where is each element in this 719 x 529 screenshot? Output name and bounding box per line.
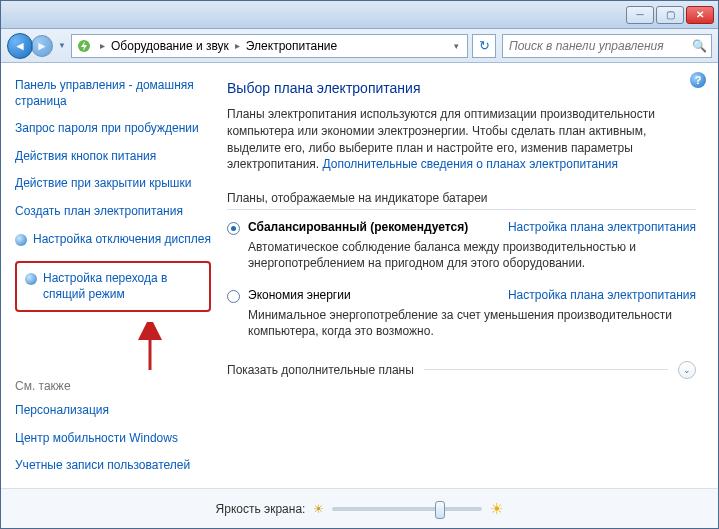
sidebar-sleep-settings-link[interactable]: Настройка перехода в спящий режим	[25, 271, 201, 302]
plan-settings-link-balanced[interactable]: Настройка плана электропитания	[496, 220, 696, 234]
see-also-mobility-center[interactable]: Центр мобильности Windows	[15, 431, 211, 447]
chevron-down-icon: ▼	[58, 41, 66, 50]
brightness-low-icon: ☀	[313, 502, 324, 516]
nav-history-dropdown[interactable]: ▼	[55, 33, 69, 59]
search-input[interactable]	[507, 38, 692, 54]
sidebar-highlighted-box: Настройка перехода в спящий режим	[15, 261, 211, 312]
plan-description-saver: Минимальное энергопотребление за счет ум…	[248, 307, 696, 339]
titlebar: ─ ▢ ✕	[1, 1, 718, 29]
sidebar: Панель управления - домашняя страница За…	[1, 64, 221, 488]
see-also-personalization[interactable]: Персонализация	[15, 403, 211, 419]
plan-description-balanced: Автоматическое соблюдение баланса между …	[248, 239, 696, 271]
sidebar-item-label: Настройка отключения дисплея	[33, 232, 211, 248]
breadcrumb-sep: ▸	[231, 40, 244, 51]
help-button[interactable]: ?	[690, 72, 706, 88]
plan-name: Сбалансированный	[248, 220, 367, 234]
body: Панель управления - домашняя страница За…	[1, 63, 718, 488]
nav-forward-button[interactable]: ►	[31, 35, 53, 57]
refresh-button[interactable]: ↻	[472, 34, 496, 58]
brightness-footer: Яркость экрана: ☀ ☀	[1, 488, 718, 528]
annotation-arrow	[135, 322, 211, 375]
plan-name: Экономия энергии	[248, 288, 351, 302]
close-button[interactable]: ✕	[686, 6, 714, 24]
plans-section-title: Планы, отображаемые на индикаторе батаре…	[227, 191, 696, 205]
show-more-label: Показать дополнительные планы	[227, 363, 414, 377]
brightness-slider[interactable]	[332, 507, 482, 511]
divider	[424, 369, 668, 370]
page-description: Планы электропитания используются для оп…	[227, 106, 696, 173]
sidebar-display-off-link[interactable]: Настройка отключения дисплея	[15, 232, 211, 248]
bullet-icon	[25, 273, 37, 285]
brightness-label: Яркость экрана:	[216, 502, 306, 516]
maximize-icon: ▢	[666, 10, 675, 20]
search-box[interactable]: 🔍	[502, 34, 712, 58]
sidebar-power-buttons-link[interactable]: Действия кнопок питания	[15, 149, 211, 165]
plan-suffix: (рекомендуется)	[370, 220, 468, 234]
show-more-plans[interactable]: Показать дополнительные планы ⌄	[227, 361, 696, 379]
address-row: ◄ ► ▼ ▸ Оборудование и звук ▸ Электропит…	[1, 29, 718, 63]
plan-radio-balanced[interactable]	[227, 222, 240, 235]
breadcrumb-sep: ▸	[96, 40, 109, 51]
power-options-icon	[76, 38, 92, 54]
sidebar-lid-close-link[interactable]: Действие при закрытии крышки	[15, 176, 211, 192]
sidebar-item-label: Настройка перехода в спящий режим	[43, 271, 201, 302]
maximize-button[interactable]: ▢	[656, 6, 684, 24]
sidebar-require-password-link[interactable]: Запрос пароля при пробуждении	[15, 121, 211, 137]
power-plan-saver: Экономия энергии Настройка плана электро…	[227, 288, 696, 303]
breadcrumb-power-options[interactable]: Электропитание	[244, 39, 339, 53]
bullet-icon	[15, 234, 27, 246]
plan-radio-saver[interactable]	[227, 290, 240, 303]
sidebar-create-plan-link[interactable]: Создать план электропитания	[15, 204, 211, 220]
sidebar-home-link[interactable]: Панель управления - домашняя страница	[15, 78, 211, 109]
arrow-left-icon: ◄	[14, 39, 26, 53]
divider	[227, 209, 696, 210]
chevron-down-icon: ⌄	[683, 365, 691, 375]
control-panel-window: ─ ▢ ✕ ◄ ► ▼ ▸ Оборудование и звук ▸ Элек…	[0, 0, 719, 529]
minimize-button[interactable]: ─	[626, 6, 654, 24]
plan-settings-link-saver[interactable]: Настройка плана электропитания	[496, 288, 696, 302]
address-bar[interactable]: ▸ Оборудование и звук ▸ Электропитание ▾	[71, 34, 468, 58]
breadcrumb-hardware-sound[interactable]: Оборудование и звук	[109, 39, 231, 53]
plan-name-row: Экономия энергии	[248, 288, 496, 302]
expand-button[interactable]: ⌄	[678, 361, 696, 379]
arrow-right-icon: ►	[36, 39, 48, 53]
plan-name-row: Сбалансированный (рекомендуется)	[248, 220, 496, 234]
search-icon[interactable]: 🔍	[692, 39, 707, 53]
window-controls: ─ ▢ ✕	[624, 6, 714, 24]
main-content: ? Выбор плана электропитания Планы элект…	[221, 64, 718, 488]
page-title: Выбор плана электропитания	[227, 80, 696, 96]
nav-back-button[interactable]: ◄	[7, 33, 33, 59]
close-icon: ✕	[696, 10, 704, 20]
see-also-user-accounts[interactable]: Учетные записи пользователей	[15, 458, 211, 474]
address-dropdown[interactable]: ▾	[450, 41, 463, 51]
brightness-slider-thumb[interactable]	[435, 501, 445, 519]
power-plan-balanced: Сбалансированный (рекомендуется) Настрой…	[227, 220, 696, 235]
learn-more-link[interactable]: Дополнительные сведения о планах электро…	[323, 157, 618, 171]
see-also-heading: См. также	[15, 379, 211, 393]
brightness-high-icon: ☀	[490, 500, 503, 518]
minimize-icon: ─	[636, 10, 643, 20]
refresh-icon: ↻	[479, 38, 490, 53]
